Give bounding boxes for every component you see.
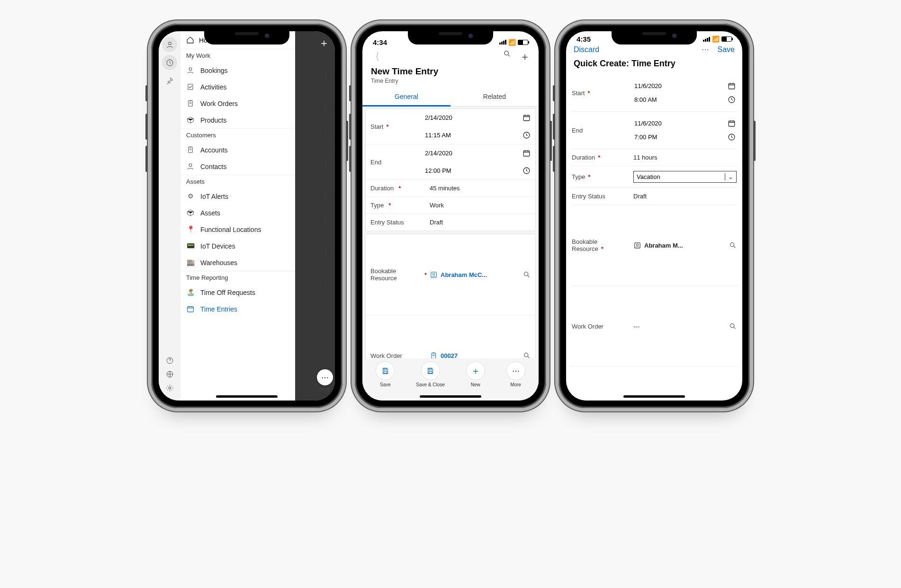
status-time: 4:35 bbox=[577, 35, 591, 43]
status-time: 4:34 bbox=[373, 38, 387, 46]
field-entry-status[interactable]: Entry Status Draft bbox=[571, 188, 738, 205]
calendar-icon[interactable] bbox=[523, 114, 531, 122]
group-header: Assets bbox=[180, 175, 295, 188]
field-entry-status[interactable]: Entry Status Draft bbox=[366, 214, 535, 231]
nav-locations[interactable]: 📍Functional Locations bbox=[180, 221, 295, 238]
calendar-icon[interactable] bbox=[728, 82, 736, 90]
field-duration[interactable]: Duration* 11 hours bbox=[571, 149, 738, 166]
group-header: Time Reporting bbox=[180, 271, 295, 284]
rail-pin[interactable] bbox=[162, 73, 177, 88]
more-button[interactable]: ⋯ bbox=[702, 45, 709, 54]
status-icons: 📶 bbox=[703, 36, 732, 43]
field-work-order[interactable]: Work Order --- bbox=[571, 286, 738, 367]
nav-drawer: Home Apps → My Work Bookings Activities … bbox=[180, 31, 295, 401]
search-icon[interactable] bbox=[503, 50, 511, 58]
nav-iot-alerts[interactable]: ⚙︎IoT Alerts bbox=[180, 188, 295, 205]
more-action[interactable]: ⋯ More bbox=[317, 369, 333, 392]
field-type[interactable]: Type* Work bbox=[366, 197, 535, 214]
group-header: Customers bbox=[180, 128, 295, 142]
calendar-icon[interactable] bbox=[523, 149, 531, 157]
search-icon[interactable] bbox=[523, 239, 531, 310]
home-icon bbox=[186, 36, 194, 44]
contact-icon bbox=[633, 241, 641, 249]
search-icon[interactable] bbox=[729, 372, 737, 401]
add-button[interactable]: ＋ bbox=[520, 50, 530, 64]
field-end[interactable]: End 11/6/2020 7:00 PM bbox=[571, 112, 738, 149]
type-select[interactable]: Vacation ⌄ bbox=[633, 171, 737, 183]
clock-icon[interactable] bbox=[728, 133, 736, 141]
nav-activities[interactable]: Activities bbox=[180, 79, 295, 95]
nav-products[interactable]: Products bbox=[180, 112, 295, 128]
tab-general[interactable]: General bbox=[362, 88, 450, 107]
save-button[interactable]: Save bbox=[718, 45, 735, 54]
nav-assets[interactable]: Assets bbox=[180, 205, 295, 221]
nav-work-orders[interactable]: Work Orders bbox=[180, 95, 295, 112]
rail-recent[interactable] bbox=[162, 55, 177, 70]
phone-new-time-entry: 4:34 📶 〈 ＋ New Time Entry Time Entry Gen… bbox=[355, 24, 546, 408]
field-start[interactable]: Start* 2/14/2020 11:15 AM bbox=[366, 109, 535, 144]
side-rail bbox=[159, 31, 180, 401]
phone-quick-create: 4:35 📶 Discard ⋯ Save Quick Create: Time… bbox=[559, 24, 750, 408]
globe-icon[interactable] bbox=[166, 370, 174, 378]
add-button[interactable]: ＋ bbox=[319, 36, 329, 50]
field-duration[interactable]: Duration* 45 minutes bbox=[366, 180, 535, 197]
nav-warehouses[interactable]: 🏬Warehouses bbox=[180, 254, 295, 271]
help-icon[interactable] bbox=[166, 356, 174, 365]
search-icon[interactable] bbox=[729, 291, 737, 362]
clock-icon[interactable] bbox=[728, 96, 736, 104]
clock-icon[interactable] bbox=[523, 167, 531, 175]
status-icons: 📶 bbox=[499, 39, 528, 46]
gear-icon[interactable] bbox=[166, 384, 174, 392]
rail-profile[interactable] bbox=[162, 37, 177, 52]
nav-time-off[interactable]: 🏝️Time Off Requests bbox=[180, 284, 295, 301]
action-save[interactable]: Save bbox=[376, 361, 395, 387]
page-title: New Time Entry bbox=[362, 64, 539, 78]
field-work-order[interactable]: Work Order 00027 bbox=[366, 315, 535, 358]
clock-icon[interactable] bbox=[523, 131, 531, 139]
group-header: My Work bbox=[180, 49, 295, 62]
field-end[interactable]: End 2/14/2020 12:00 PM bbox=[366, 144, 535, 180]
discard-button[interactable]: Discard bbox=[574, 45, 599, 54]
back-button[interactable]: 〈 bbox=[373, 50, 379, 64]
drawer-backdrop[interactable]: ＋ ⋮ ⋮ ⋮ ⋮ ⋮ ⋮ ⋮ ⋮ ⋯ More bbox=[295, 31, 335, 401]
field-start[interactable]: Start* 11/6/2020 8:00 AM bbox=[571, 74, 738, 112]
page-subtitle: Time Entry bbox=[362, 78, 539, 88]
action-save-close[interactable]: Save & Close bbox=[416, 361, 445, 387]
nav-time-entries[interactable]: Time Entries bbox=[180, 301, 295, 317]
phone-nav-drawer: Home Apps → My Work Bookings Activities … bbox=[151, 24, 342, 408]
nav-iot-devices[interactable]: 📟IoT Devices bbox=[180, 238, 295, 254]
search-icon[interactable] bbox=[729, 210, 737, 281]
calendar-icon[interactable] bbox=[728, 119, 736, 127]
nav-contacts[interactable]: Contacts bbox=[180, 158, 295, 175]
tab-related[interactable]: Related bbox=[450, 88, 539, 106]
chevron-down-icon: ⌄ bbox=[725, 173, 736, 180]
action-more[interactable]: ⋯More bbox=[506, 361, 525, 387]
contact-icon bbox=[430, 271, 438, 279]
clipboard-icon bbox=[430, 352, 438, 359]
search-icon[interactable] bbox=[523, 320, 531, 358]
nav-accounts[interactable]: Accounts bbox=[180, 142, 295, 158]
page-title: Quick Create: Time Entry bbox=[566, 54, 742, 74]
field-bookable-resource[interactable]: Bookable Resource* Abraham M... bbox=[571, 205, 738, 286]
field-type[interactable]: Type* Vacation ⌄ bbox=[571, 166, 738, 188]
field-bookable-resource[interactable]: Bookable Resource* Abraham McC... bbox=[366, 234, 535, 315]
action-new[interactable]: ＋New bbox=[466, 361, 485, 387]
nav-bookings[interactable]: Bookings bbox=[180, 62, 295, 79]
